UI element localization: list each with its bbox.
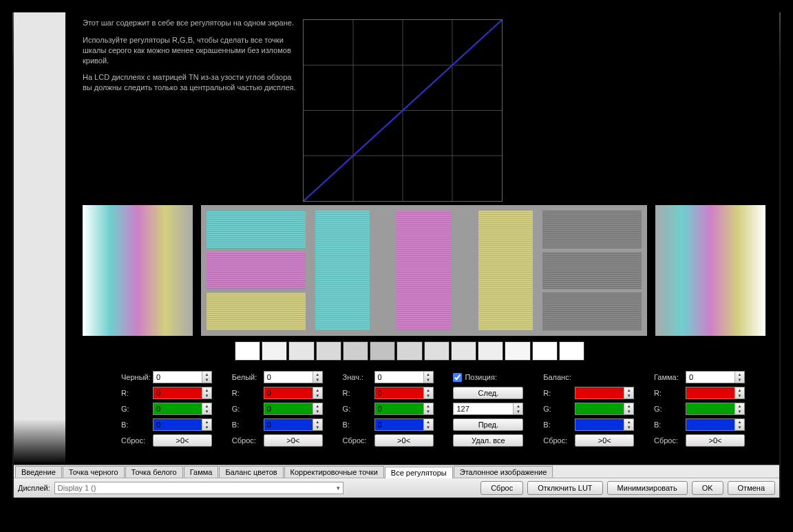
black-b-spinner[interactable]: 0▲▼	[153, 418, 212, 431]
help-text: Этот шаг содержит в себе все регуляторы …	[83, 18, 303, 100]
reset-button[interactable]: Сброс	[480, 481, 523, 495]
position-checkbox[interactable]	[453, 373, 462, 382]
help-paragraph-3: На LCD дисплеях с матрицей TN из-за узос…	[83, 72, 303, 93]
display-select[interactable]: Display 1 () ▾	[54, 482, 343, 494]
preview-patches	[83, 205, 765, 336]
patch-left	[83, 205, 193, 336]
gamma-g-spinner[interactable]: ▲▼	[686, 403, 745, 415]
tab-color-balance[interactable]: Баланс цветов	[219, 466, 283, 478]
app-screen: Этот шаг содержит в себе все регуляторы …	[14, 12, 779, 498]
balance-g-spinner[interactable]: ▲▼	[575, 403, 634, 415]
tab-correction-points[interactable]: Корректировочные точки	[284, 466, 384, 478]
help-paragraph-2: Используйте регуляторы R,G,B, чтобы сдел…	[83, 35, 303, 66]
patch-right	[655, 205, 765, 336]
gamma-column: Гамма:0▲▼ R:▲▼ G:▲▼ B:▲▼ Сброс:>0<	[654, 370, 745, 453]
white-r-spinner[interactable]: 0▲▼	[264, 387, 323, 399]
value-column: Знач.:0▲▼ R:0▲▼ G:0▲▼ B:0▲▼ Сброс:>0<	[343, 370, 434, 453]
bottom-bar: Дисплей: Display 1 () ▾ Сброс Отключить …	[14, 478, 779, 498]
disable-lut-button[interactable]: Отключить LUT	[527, 481, 602, 495]
main-area: Этот шаг содержит в себе все регуляторы …	[14, 12, 779, 465]
tab-bar: Введение Точка черного Точка белого Гамм…	[14, 465, 779, 478]
swatch-cyan	[207, 211, 306, 248]
help-paragraph-1: Этот шаг содержит в себе все регуляторы …	[83, 18, 303, 28]
patch-center	[201, 205, 647, 336]
position-label: Позиция:	[465, 373, 497, 381]
white-g-spinner[interactable]: 0▲▼	[264, 403, 323, 415]
value-spinner[interactable]: 0▲▼	[374, 371, 434, 383]
tab-reference-image[interactable]: Эталонное изображение	[454, 466, 553, 478]
gamma-reset-button[interactable]: >0<	[686, 434, 745, 447]
tab-white-point[interactable]: Точка белого	[125, 466, 183, 478]
value-b-spinner[interactable]: 0▲▼	[374, 418, 434, 431]
value-r-spinner[interactable]: 0▲▼	[374, 387, 434, 399]
minimize-button[interactable]: Минимизировать	[607, 481, 688, 495]
cancel-button[interactable]: Отмена	[728, 481, 775, 495]
spinner-down-icon: ▼	[202, 377, 211, 383]
tab-all-controls[interactable]: Все регуляторы	[385, 467, 453, 478]
ok-button[interactable]: OK	[692, 481, 723, 495]
next-button[interactable]: След.	[453, 387, 523, 399]
display-label: Дисплей:	[18, 484, 50, 492]
gamma-r-spinner[interactable]: ▲▼	[686, 387, 745, 399]
gamma-curve-chart	[303, 19, 503, 202]
chevron-down-icon: ▾	[337, 485, 340, 491]
black-column: Черный: 0▲▼ R:0▲▼ G:0▲▼ B:0▲▼ Сброс:>0<	[121, 370, 212, 453]
black-reset-button[interactable]: >0<	[153, 434, 212, 447]
balance-r-spinner[interactable]: ▲▼	[575, 387, 634, 399]
balance-column: Баланс: R:▲▼ G:▲▼ B:▲▼ Сброс:>0<	[543, 370, 634, 453]
value-reset-button[interactable]: >0<	[374, 434, 434, 447]
white-b-spinner[interactable]: 0▲▼	[264, 418, 323, 431]
swatch-gray-1	[542, 211, 642, 248]
swatch-yellow	[207, 292, 306, 330]
value-g-spinner[interactable]: 0▲▼	[374, 403, 434, 415]
balance-reset-button[interactable]: >0<	[575, 434, 634, 447]
gamma-b-spinner[interactable]: ▲▼	[686, 418, 745, 431]
swatch-gray-3	[542, 292, 642, 330]
tab-gamma[interactable]: Гамма	[184, 466, 219, 478]
grayscale-swatches[interactable]	[234, 341, 585, 361]
swatch-gray-2	[542, 252, 642, 290]
position-column: Позиция: След. 127▲▼ Пред. Удал. все	[453, 370, 523, 453]
black-g-spinner[interactable]: 0▲▼	[153, 403, 212, 415]
prev-button[interactable]: Пред.	[453, 418, 523, 431]
gamma-spinner[interactable]: 0▲▼	[686, 371, 745, 383]
black-label: Черный:	[121, 373, 153, 381]
left-gradient-strip	[14, 12, 65, 465]
position-spinner[interactable]: 127▲▼	[453, 403, 523, 415]
white-reset-button[interactable]: >0<	[264, 434, 323, 447]
black-spinner[interactable]: 0▲▼	[153, 371, 212, 383]
black-r-spinner[interactable]: 0▲▼	[153, 387, 212, 399]
tab-black-point[interactable]: Точка черного	[63, 466, 125, 478]
white-spinner[interactable]: 0▲▼	[264, 371, 323, 383]
white-column: Белый:0▲▼ R:0▲▼ G:0▲▼ B:0▲▼ Сброс:>0<	[232, 370, 323, 453]
balance-b-spinner[interactable]: ▲▼	[575, 418, 634, 431]
delete-all-button[interactable]: Удал. все	[453, 434, 523, 447]
tab-intro[interactable]: Введение	[15, 466, 62, 478]
swatch-magenta	[207, 252, 306, 290]
spinner-up-icon: ▲	[202, 372, 211, 377]
controls-grid: Черный: 0▲▼ R:0▲▼ G:0▲▼ B:0▲▼ Сброс:>0< …	[121, 370, 745, 453]
